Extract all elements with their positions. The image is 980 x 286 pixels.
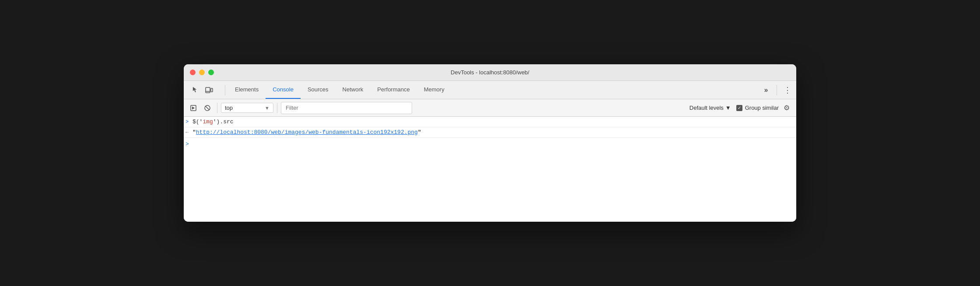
- tab-extras: » ⋮: [760, 84, 794, 96]
- devtools-menu-button[interactable]: ⋮: [781, 84, 794, 96]
- execute-context-button[interactable]: [187, 102, 200, 114]
- tab-network[interactable]: Network: [336, 81, 371, 99]
- tabs-container: Elements Console Sources Network Perform…: [228, 81, 758, 99]
- tab-sources[interactable]: Sources: [301, 81, 336, 99]
- input-arrow-icon: >: [186, 119, 192, 125]
- return-arrow-icon: ←: [186, 129, 192, 136]
- console-content: > $('img').src ← "http://localhost:8080/…: [184, 117, 796, 222]
- levels-arrow-icon: ▼: [725, 105, 731, 111]
- svg-marker-4: [192, 106, 195, 109]
- svg-line-6: [206, 106, 210, 110]
- toolbar-divider-2: [277, 103, 277, 113]
- traffic-lights: [184, 70, 214, 75]
- console-repl-input[interactable]: [192, 141, 793, 147]
- inspect-icon-button[interactable]: [189, 84, 201, 96]
- console-code-1: $('img').src: [192, 119, 793, 125]
- console-input-line-1: > $('img').src: [184, 117, 796, 127]
- more-tabs-button[interactable]: »: [760, 84, 772, 96]
- tab-console[interactable]: Console: [266, 81, 301, 99]
- console-return-line-1: ← "http://localhost:8080/web/images/web-…: [184, 127, 796, 138]
- title-bar: DevTools - localhost:8080/web/: [184, 64, 796, 81]
- tab-extras-divider: [777, 85, 777, 95]
- svg-rect-0: [206, 87, 210, 93]
- devtools-window: DevTools - localhost:8080/web/ Elements: [184, 64, 796, 222]
- close-button[interactable]: [190, 70, 196, 75]
- window-title: DevTools - localhost:8080/web/: [451, 69, 529, 76]
- maximize-button[interactable]: [208, 70, 214, 75]
- context-selector[interactable]: top ▼: [221, 103, 273, 113]
- minimize-button[interactable]: [199, 70, 205, 75]
- group-similar-checkbox[interactable]: ✓ Group similar: [736, 105, 779, 111]
- context-arrow-icon: ▼: [265, 105, 270, 111]
- clear-console-button[interactable]: [201, 102, 214, 114]
- tab-bar: Elements Console Sources Network Perform…: [184, 81, 796, 99]
- tab-bar-divider: [225, 85, 225, 95]
- url-link[interactable]: http://localhost:8080/web/images/web-fun…: [196, 129, 418, 136]
- console-return-value-1: "http://localhost:8080/web/images/web-fu…: [192, 129, 793, 136]
- toolbar-divider-1: [217, 103, 217, 113]
- tab-elements[interactable]: Elements: [228, 81, 266, 99]
- input-caret-icon: >: [186, 141, 192, 147]
- device-icon-button[interactable]: [203, 84, 215, 96]
- filter-input[interactable]: [281, 102, 412, 114]
- tab-performance[interactable]: Performance: [370, 81, 416, 99]
- console-toolbar: top ▼ Default levels ▼ ✓ Group similar ⚙: [184, 99, 796, 117]
- svg-rect-1: [211, 88, 213, 92]
- checkbox-checked-icon: ✓: [736, 105, 742, 111]
- default-levels-dropdown[interactable]: Default levels ▼: [686, 103, 735, 112]
- tab-memory[interactable]: Memory: [417, 81, 452, 99]
- gear-icon: ⚙: [784, 104, 790, 112]
- devtools-icon-group: [186, 84, 218, 96]
- console-active-input[interactable]: >: [184, 138, 796, 150]
- console-settings-button[interactable]: ⚙: [780, 102, 793, 114]
- string-highlight: img: [203, 119, 213, 125]
